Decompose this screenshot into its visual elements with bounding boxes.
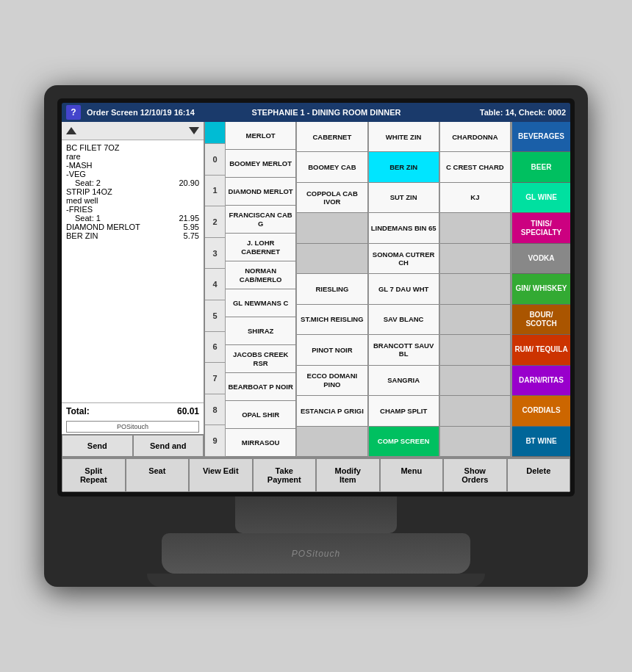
num-8[interactable]: 8 bbox=[205, 394, 225, 426]
menu-sut-zin[interactable]: SUT ZIN bbox=[369, 183, 439, 213]
menu-empty-c4-6 bbox=[440, 366, 511, 396]
item-name: med well bbox=[66, 196, 98, 205]
total-value: 60.01 bbox=[177, 406, 199, 416]
send-and-button[interactable]: Send and bbox=[133, 435, 204, 457]
scroll-down[interactable] bbox=[189, 124, 199, 137]
delete-button[interactable]: Delete bbox=[507, 458, 571, 492]
num-4[interactable]: 4 bbox=[205, 269, 225, 300]
cat-vodka-button[interactable]: VODKA bbox=[512, 244, 570, 274]
menu-diamond-merlot[interactable]: DIAMOND MERLOT bbox=[226, 178, 296, 206]
take-payment-button[interactable]: TakePayment bbox=[253, 458, 317, 492]
menu-franciscan-cab[interactable]: FRANCISCAN CAB G bbox=[226, 206, 296, 234]
item-price: 5.95 bbox=[184, 223, 199, 231]
total-label: Total: bbox=[66, 406, 90, 416]
menu-col-4: CHARDONNA C CREST CHARD KJ bbox=[440, 122, 511, 457]
menu-comp-screen[interactable]: COMP SCREEN bbox=[369, 427, 439, 457]
show-orders-button[interactable]: ShowOrders bbox=[443, 458, 507, 492]
menu-gl7dau[interactable]: GL 7 DAU WHT bbox=[369, 274, 439, 304]
cat-rum-button[interactable]: RUM/ TEQUILA bbox=[512, 335, 570, 365]
menu-estancia[interactable]: ESTANCIA P GRIGI bbox=[297, 396, 367, 426]
main-content: BC FILET 7OZ rare -MASH -VEG Seat: 220. bbox=[62, 122, 570, 457]
stand-neck bbox=[235, 496, 397, 533]
order-item-diamond-merlot: DIAMOND MERLOT5.95 bbox=[66, 223, 199, 231]
cat-tinis-button[interactable]: TINIS/ SPECIALTY bbox=[512, 213, 570, 243]
menu-pinot-noir[interactable]: PINOT NOIR bbox=[297, 335, 367, 365]
num-1[interactable]: 1 bbox=[205, 176, 225, 207]
menu-sangria[interactable]: SANGRIA bbox=[369, 366, 439, 396]
stand-base: POSitouch bbox=[162, 533, 470, 574]
item-name: BC FILET 7OZ bbox=[66, 143, 120, 152]
menu-bearboat[interactable]: BEARBOAT P NOIR bbox=[226, 373, 296, 401]
menu-empty-c4-7 bbox=[440, 396, 511, 426]
order-screen-label: Order Screen 12/10/19 16:14 bbox=[87, 108, 207, 117]
send-button[interactable]: Send bbox=[62, 435, 133, 457]
split-repeat-button[interactable]: SplitRepeat bbox=[62, 458, 126, 492]
menu-sonoma[interactable]: SONOMA CUTRER CH bbox=[369, 244, 439, 274]
menu-ccrest[interactable]: C CREST CHARD bbox=[440, 152, 511, 182]
num-0[interactable]: 0 bbox=[205, 144, 225, 176]
menu-brancott[interactable]: BRANCOTT SAUV BL bbox=[369, 335, 439, 365]
menu-empty-c4-5 bbox=[440, 335, 511, 365]
menu-white-zin[interactable]: WHITE ZIN bbox=[369, 122, 439, 152]
stand-bottom bbox=[147, 574, 485, 587]
order-items: BC FILET 7OZ rare -MASH -VEG Seat: 220. bbox=[62, 140, 204, 402]
menu-mirrasou[interactable]: MIRRASOU bbox=[226, 429, 296, 457]
cat-gin-button[interactable]: GIN/ WHISKEY bbox=[512, 274, 570, 304]
num-2[interactable]: 2 bbox=[205, 206, 225, 238]
menu-cabernet[interactable]: CABERNET bbox=[297, 122, 367, 152]
cat-bour-button[interactable]: BOUR/ SCOTCH bbox=[512, 305, 570, 335]
menu-ber-zin[interactable]: BER ZIN bbox=[369, 152, 439, 182]
cat-beer-button[interactable]: BEER bbox=[512, 152, 570, 182]
menu-merlot[interactable]: MERLOT bbox=[226, 122, 296, 150]
menu-norman[interactable]: NORMAN CAB/MERLO bbox=[226, 261, 296, 289]
order-panel: BC FILET 7OZ rare -MASH -VEG Seat: 220. bbox=[62, 122, 205, 457]
item-name: rare bbox=[66, 152, 81, 161]
modify-item-button[interactable]: ModifyItem bbox=[316, 458, 380, 492]
num-3[interactable]: 3 bbox=[205, 238, 225, 270]
menu-jacobs[interactable]: JACOBS CREEK RSR bbox=[226, 345, 296, 373]
menu-gl-newmans[interactable]: GL NEWMANS C bbox=[226, 289, 296, 317]
postouch-logo: POSitouch bbox=[66, 421, 199, 433]
station-label: STEPHANIE 1 - DINING ROOM DINNER bbox=[207, 108, 446, 117]
menu-jlohr[interactable]: J. LOHR CABERNET bbox=[226, 234, 296, 261]
menu-stmich[interactable]: ST.MICH REISLING bbox=[297, 305, 367, 335]
cat-beverages-button[interactable]: BEVERAGES bbox=[512, 122, 570, 152]
menu-shiraz[interactable]: SHIRAZ bbox=[226, 317, 296, 345]
item-name: -FRIES bbox=[66, 205, 93, 214]
menu-kj[interactable]: KJ bbox=[440, 183, 511, 213]
menu-boomey-cab[interactable]: BOOMEY CAB bbox=[297, 152, 367, 182]
cat-cordials-button[interactable]: CORDIALS bbox=[512, 396, 570, 426]
menu-opal-shir[interactable]: OPAL SHIR bbox=[226, 401, 296, 429]
menu-button[interactable]: Menu bbox=[380, 458, 444, 492]
menu-chardonna[interactable]: CHARDONNA bbox=[440, 122, 511, 152]
menu-empty-c4-1 bbox=[440, 213, 511, 243]
seat-button[interactable]: Seat bbox=[126, 458, 190, 492]
num-6[interactable]: 6 bbox=[205, 332, 225, 364]
menu-champ-split[interactable]: CHAMP SPLIT bbox=[369, 396, 439, 426]
screen-bezel: ? Order Screen 12/10/19 16:14 STEPHANIE … bbox=[57, 98, 575, 496]
cat-darn-button[interactable]: DARN/RITAS bbox=[512, 366, 570, 396]
item-name: DIAMOND MERLOT bbox=[66, 223, 140, 231]
item-name: BER ZIN bbox=[66, 231, 98, 240]
num-7[interactable]: 7 bbox=[205, 363, 225, 394]
cat-glwine-button[interactable]: GL WINE bbox=[512, 183, 570, 213]
num-5[interactable]: 5 bbox=[205, 300, 225, 332]
menu-sav-blanc[interactable]: SAV BLANC bbox=[369, 305, 439, 335]
view-edit-button[interactable]: View Edit bbox=[189, 458, 253, 492]
order-item-bc-filet: BC FILET 7OZ bbox=[66, 143, 199, 152]
monitor: ? Order Screen 12/10/19 16:14 STEPHANIE … bbox=[44, 85, 588, 587]
menu-riesling[interactable]: RIESLING bbox=[297, 274, 367, 304]
order-item-veg: -VEG bbox=[66, 170, 199, 178]
cat-btwine-button[interactable]: BT WINE bbox=[512, 427, 570, 457]
menu-ecco[interactable]: ECCO DOMANI PINO bbox=[297, 366, 367, 396]
menu-coppola[interactable]: COPPOLA CAB IVOR bbox=[297, 183, 367, 213]
menu-col-1: MERLOT BOOMEY MERLOT DIAMOND MERLOT FRAN… bbox=[226, 122, 297, 457]
order-seat-2: Seat: 220.90 bbox=[66, 178, 199, 187]
item-name: Seat: 2 bbox=[66, 178, 101, 187]
help-button[interactable]: ? bbox=[66, 105, 81, 120]
scroll-up[interactable] bbox=[66, 124, 79, 137]
menu-boomey-merlot[interactable]: BOOMEY MERLOT bbox=[226, 150, 296, 178]
menu-lindemans[interactable]: LINDEMANS BIN 65 bbox=[369, 213, 439, 243]
category-column: BEVERAGES BEER GL WINE TINIS/ SPECIALTY … bbox=[511, 122, 570, 457]
num-9[interactable]: 9 bbox=[205, 425, 225, 457]
